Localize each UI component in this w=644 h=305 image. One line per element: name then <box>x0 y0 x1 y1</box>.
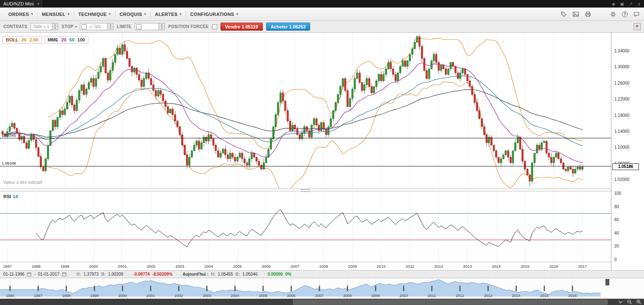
window-tabbar: AUD/NZD Mini × ◈ ▣ ↗ ∧ <box>0 0 644 8</box>
spinner-down-icon[interactable]: ▾ <box>159 27 164 30</box>
snapshot-icon[interactable] <box>572 11 579 18</box>
date-separator: - <box>34 272 35 277</box>
chevron-down-icon[interactable] <box>618 300 623 305</box>
spinner-down-icon[interactable]: ▾ <box>108 27 113 30</box>
today-high-value: 1.05455 <box>218 272 233 277</box>
stop-value: ≥ 7pts <box>88 24 107 29</box>
rsi-tick-label: 100 <box>614 191 621 196</box>
workspace-icon[interactable]: ◈ <box>612 2 615 6</box>
instrument-tab-title: AUD/NZD Mini <box>3 1 33 6</box>
period-high-label: H: <box>77 272 81 277</box>
prorealtime-window: AUD/NZD Mini × ◈ ▣ ↗ ∧ ORDRES ▾ MENSUEL … <box>0 0 644 305</box>
stop-value-input[interactable]: ≥ 7pts ▴▾ <box>80 23 113 30</box>
year-tick-label: 2008 <box>319 264 328 269</box>
nav-year-label: 2015 <box>540 294 549 298</box>
limit-checkbox[interactable] <box>136 24 141 29</box>
date-from[interactable]: 01-11-1996 <box>3 272 24 277</box>
bollinger-legend[interactable]: BOLL 20 2.00 <box>3 36 42 44</box>
tags-icon[interactable] <box>560 11 567 18</box>
menu-configurations[interactable]: CONFIGURATIONS ▾ <box>186 8 242 21</box>
nav-year-label: 2010 <box>400 294 408 298</box>
date-to[interactable]: 01-01-2017 <box>38 272 59 277</box>
popout-icon[interactable]: ▣ <box>620 2 624 6</box>
nav-year-label: 1996 <box>6 294 14 298</box>
spinner-down-icon[interactable]: ▾ <box>52 27 58 30</box>
nav-year-label: 2011 <box>428 294 436 298</box>
instrument-tab[interactable]: AUD/NZD Mini × <box>0 0 44 8</box>
tab-close-icon[interactable]: × <box>37 1 39 6</box>
order-size-input[interactable]: Taille ≥ 1 ▴▾ <box>31 23 58 30</box>
mme-name: MME <box>48 37 59 42</box>
year-tick-label: 2009 <box>348 264 357 269</box>
limit-stepper[interactable]: ▴▾ <box>159 23 164 30</box>
collapse-icon[interactable]: ∧ <box>638 2 641 6</box>
menu-croquis[interactable]: CROQUIS ▾ <box>115 8 151 21</box>
rsi-label[interactable]: RSI14 <box>3 194 18 199</box>
year-tick-label: 2010 <box>377 264 385 269</box>
menu-label: MENSUEL <box>42 12 66 17</box>
settings-gear-icon[interactable] <box>610 11 616 18</box>
order-size-stepper[interactable]: ▴▾ <box>52 23 58 30</box>
nav-year-label: 2002 <box>174 294 183 298</box>
rsi-tick-label: 60 <box>614 217 619 222</box>
period-high-value: 1.37973 <box>83 272 98 277</box>
price-chart[interactable]: BOLL 20 2.00 MME 20 50 100 1.12345 1.053… <box>0 33 611 188</box>
menu-mensuel[interactable]: MENSUEL ▾ <box>38 8 74 21</box>
menu-alertes[interactable]: ALERTES ▾ <box>151 8 186 21</box>
price-level-label[interactable]: 1.05348 <box>2 161 16 165</box>
menu-ordres[interactable]: ORDRES ▾ <box>4 8 37 21</box>
nav-year-label: 2007 <box>315 294 323 298</box>
horizontal-scrollbar[interactable] <box>0 299 644 305</box>
forced-position-label: POSITION FORCÉE <box>168 24 209 29</box>
stop-dropdown[interactable]: STOP ▾ <box>62 24 77 29</box>
chevron-down-icon: ▾ <box>144 12 146 16</box>
mme-legend[interactable]: MME 20 50 100 <box>44 36 89 44</box>
bollinger-deviation: 2.00 <box>29 37 38 42</box>
navigator-range-handle[interactable] <box>606 279 609 285</box>
price-tick-label: 1.34000 <box>614 49 629 53</box>
close-orderbar-icon[interactable]: × <box>634 23 641 30</box>
last-price-box: 1.05186 <box>612 163 639 170</box>
price-axis[interactable]: 1.05186 1.340001.300001.260001.220001.18… <box>611 33 644 270</box>
nav-year-label: 2014 <box>512 294 521 298</box>
timeline-navigator[interactable]: 1996199719981999200020012002200320042005… <box>0 278 644 299</box>
buy-button[interactable]: Acheter 1.05253 <box>266 23 310 31</box>
stop-stepper[interactable]: ▴▾ <box>107 23 113 30</box>
external-link-icon[interactable]: ↗ <box>629 2 632 6</box>
print-icon[interactable] <box>585 11 591 18</box>
price-level-label[interactable]: 1.12345 <box>2 133 16 137</box>
stop-checkbox[interactable] <box>82 24 87 29</box>
rsi-panel[interactable]: RSI14 <box>0 192 611 262</box>
spinner-up-icon[interactable]: ▴ <box>159 23 164 27</box>
panel-splitter[interactable] <box>0 188 611 192</box>
chat-icon[interactable] <box>633 11 640 18</box>
calendar-icon[interactable] <box>62 272 67 277</box>
order-entry-bar: CONTRATS Taille ≥ 1 ▴▾ STOP ▾ ≥ 7pts ▴▾ … <box>0 21 644 33</box>
bollinger-name: BOLL <box>6 37 18 42</box>
year-tick-label: 2006 <box>262 264 270 269</box>
candlestick-plot[interactable] <box>0 33 611 188</box>
scrollbar-thumb[interactable] <box>293 300 608 305</box>
rsi-plot[interactable] <box>0 192 611 262</box>
zoom-in-icon[interactable] <box>636 299 641 305</box>
menu-label: CONFIGURATIONS <box>190 12 234 17</box>
zoom-out-icon[interactable] <box>627 299 632 305</box>
help-icon[interactable]: ? <box>622 11 628 17</box>
menu-technique[interactable]: TECHNIQUE ▾ <box>74 8 115 21</box>
time-axis[interactable]: 1997199819992000200120022003200420052006… <box>0 262 611 271</box>
nav-year-label: 2000 <box>118 294 127 298</box>
calendar-icon[interactable] <box>27 272 31 277</box>
nav-year-label: 2009 <box>372 294 380 298</box>
spinner-up-icon[interactable]: ▴ <box>52 23 58 27</box>
nav-year-label: 2005 <box>259 294 267 298</box>
plots-column: BOLL 20 2.00 MME 20 50 100 1.12345 1.053… <box>0 33 611 270</box>
today-high-label: H: <box>211 272 216 277</box>
sell-button[interactable]: Vendre 1.05119 <box>221 23 263 31</box>
forced-position-checkbox[interactable] <box>212 24 217 29</box>
menu-label: TECHNIQUE <box>78 12 107 17</box>
spinner-up-icon[interactable]: ▴ <box>108 23 113 27</box>
today-change-abs: 0.00000 <box>267 272 282 277</box>
nav-year-label: 1999 <box>90 294 99 298</box>
limit-value-input[interactable]: ▴▾ <box>135 23 165 30</box>
nav-year-label: 2012 <box>456 294 464 298</box>
